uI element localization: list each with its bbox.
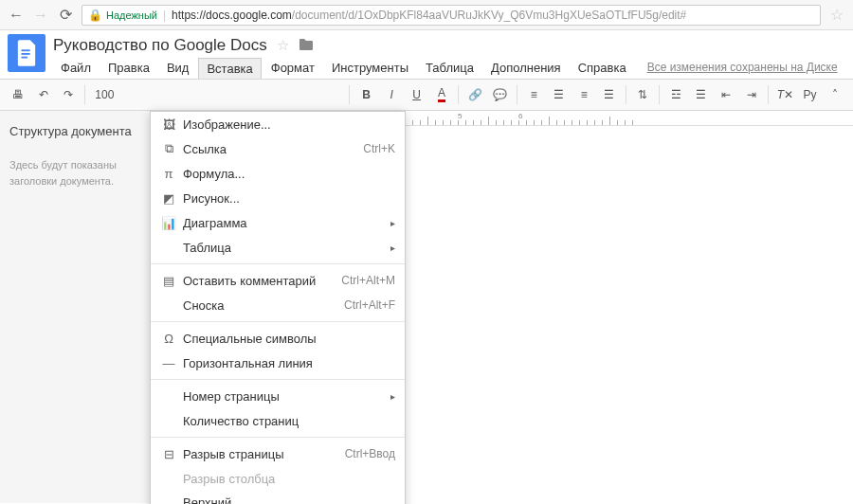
chart-icon: 📊 <box>158 215 179 230</box>
comment-button[interactable]: 💬 <box>490 83 511 106</box>
break-icon: ⊟ <box>158 446 179 461</box>
align-justify-button[interactable]: ☰ <box>598 83 619 106</box>
italic-button[interactable]: I <box>381 83 402 106</box>
image-icon: 🖼 <box>158 117 179 132</box>
dropdown-label: Разрыв столбца <box>179 472 395 486</box>
blank-icon <box>158 413 179 428</box>
dropdown-item-верхний-колонтитул[interactable]: Верхний колонтитулCtrl+Alt+O Ctrl+Alt+H <box>151 491 405 504</box>
print-button[interactable]: 🖶 <box>8 83 28 106</box>
comment-icon: ▤ <box>158 273 179 288</box>
undo-button[interactable]: ↶ <box>32 83 53 106</box>
url-path: /document/d/1OxDbpKFl84aaVURuJkKVy_Q6Vmu… <box>292 9 686 22</box>
dropdown-item-количество-страниц[interactable]: Количество страниц <box>151 408 405 433</box>
dropdown-item-специальные-символы[interactable]: ΩСпециальные символы <box>151 326 405 351</box>
editing-mode-button[interactable]: Ру <box>800 88 821 101</box>
reload-button[interactable]: ⟳ <box>57 7 74 24</box>
blank-icon <box>158 471 179 486</box>
draw-icon: ◩ <box>158 190 179 206</box>
svg-rect-1 <box>22 53 30 55</box>
zoom-select[interactable]: 100 <box>91 88 118 101</box>
outline-sidebar: Структура документа Здесь будут показаны… <box>0 111 156 503</box>
hr-icon: — <box>158 355 179 370</box>
dropdown-label: Специальные символы <box>179 332 395 346</box>
dropdown-item-разрыв-страницы[interactable]: ⊟Разрыв страницыCtrl+Ввод <box>151 441 405 466</box>
doc-title[interactable]: Руководство по Google Docs <box>53 36 267 55</box>
dropdown-label: Сноска <box>179 298 344 313</box>
omega-icon: Ω <box>158 331 179 346</box>
dropdown-shortcut: Ctrl+Alt+F <box>344 298 395 312</box>
sidebar-title: Структура документа <box>9 124 146 138</box>
dropdown-shortcut: Ctrl+K <box>363 142 395 155</box>
dropdown-label: Рисунок... <box>179 191 395 206</box>
dropdown-item-ссылка[interactable]: ⧉СсылкаCtrl+K <box>151 136 405 161</box>
menu-help[interactable]: Справка <box>571 58 634 79</box>
dropdown-shortcut: Ctrl+Ввод <box>345 447 395 460</box>
menu-bar: Файл Правка Вид Вставка Формат Инструмен… <box>53 58 845 79</box>
secure-label: Надежный <box>106 9 157 21</box>
svg-rect-0 <box>22 49 30 51</box>
redo-button[interactable]: ↷ <box>58 83 79 106</box>
dropdown-item-таблица[interactable]: Таблица▸ <box>151 235 405 260</box>
menu-tools[interactable]: Инструменты <box>324 58 416 79</box>
dropdown-label: Верхний колонтитул <box>179 495 286 504</box>
dropdown-item-формула-[interactable]: πФормула... <box>151 161 405 186</box>
star-icon[interactable]: ☆ <box>277 37 289 54</box>
url-bar[interactable]: 🔒 Надежный | https://docs.google.com/doc… <box>82 5 821 26</box>
dropdown-item-номер-страницы[interactable]: Номер страницы▸ <box>151 384 405 408</box>
chevron-right-icon: ▸ <box>390 243 395 253</box>
docs-logo-icon[interactable] <box>8 34 45 72</box>
dropdown-item-горизонтальная-линия[interactable]: —Горизонтальная линия <box>151 351 405 375</box>
svg-rect-2 <box>22 57 27 59</box>
underline-button[interactable]: U <box>406 83 426 106</box>
chevron-right-icon: ▸ <box>390 218 395 228</box>
align-right-button[interactable]: ≡ <box>573 83 594 106</box>
pi-icon: π <box>158 166 179 181</box>
dropdown-label: Горизонтальная линия <box>179 356 395 370</box>
align-center-button[interactable]: ☰ <box>549 83 570 106</box>
dropdown-shortcut: Ctrl+Alt+M <box>341 274 395 287</box>
blank-icon <box>158 388 179 404</box>
insert-dropdown: 🖼Изображение...⧉СсылкаCtrl+KπФормула...◩… <box>150 111 406 504</box>
dropdown-label: Изображение... <box>179 117 395 132</box>
dropdown-label: Таблица <box>179 241 390 255</box>
dropdown-label: Оставить комментарий <box>179 274 341 288</box>
menu-addons[interactable]: Дополнения <box>483 58 569 79</box>
sidebar-hint: Здесь будут показаны заголовки документа… <box>9 157 146 189</box>
app-header: Руководство по Google Docs ☆ Файл Правка… <box>0 30 853 79</box>
forward-button[interactable]: → <box>32 7 49 24</box>
dropdown-item-диаграмма[interactable]: 📊Диаграмма▸ <box>151 210 405 235</box>
font-color-button[interactable]: A <box>431 83 452 106</box>
menu-file[interactable]: Файл <box>53 58 99 79</box>
url-host: https://docs.google.com <box>172 9 292 22</box>
dropdown-label: Ссылка <box>179 142 363 156</box>
align-left-button[interactable]: ≡ <box>523 83 544 106</box>
menu-view[interactable]: Вид <box>159 58 197 79</box>
dropdown-label: Количество страниц <box>179 414 395 428</box>
star-button[interactable]: ☆ <box>828 7 845 24</box>
dropdown-item-сноска[interactable]: СноскаCtrl+Alt+F <box>151 293 405 317</box>
indent-button[interactable]: ⇥ <box>741 83 762 106</box>
bold-button[interactable]: B <box>355 83 376 106</box>
menu-table[interactable]: Таблица <box>418 58 481 79</box>
link-button[interactable]: 🔗 <box>464 83 485 106</box>
browser-chrome: ← → ⟳ 🔒 Надежный | https://docs.google.c… <box>0 0 853 30</box>
numbered-list-button[interactable]: ☲ <box>665 83 686 106</box>
bulleted-list-button[interactable]: ☰ <box>691 83 712 106</box>
back-button[interactable]: ← <box>8 7 25 24</box>
menu-format[interactable]: Формат <box>263 58 322 79</box>
folder-icon[interactable] <box>299 38 314 53</box>
lock-icon: 🔒 <box>88 9 102 22</box>
save-status[interactable]: Все изменения сохранены на Диске <box>640 58 845 79</box>
dropdown-item-изображение-[interactable]: 🖼Изображение... <box>151 112 405 136</box>
menu-insert[interactable]: Вставка <box>198 58 261 79</box>
dropdown-label: Диаграмма <box>179 216 390 230</box>
dropdown-item-рисунок-[interactable]: ◩Рисунок... <box>151 186 405 210</box>
line-spacing-button[interactable]: ⇅ <box>632 83 653 106</box>
chevron-right-icon: ▸ <box>390 391 395 402</box>
dropdown-item-оставить-комментарий[interactable]: ▤Оставить комментарийCtrl+Alt+M <box>151 268 405 293</box>
collapse-toolbar-button[interactable]: ˄ <box>825 83 845 106</box>
dropdown-item-разрыв-столбца: Разрыв столбца <box>151 466 405 491</box>
outdent-button[interactable]: ⇤ <box>716 83 736 106</box>
menu-edit[interactable]: Правка <box>100 58 157 79</box>
clear-formatting-button[interactable]: T✕ <box>774 83 795 106</box>
